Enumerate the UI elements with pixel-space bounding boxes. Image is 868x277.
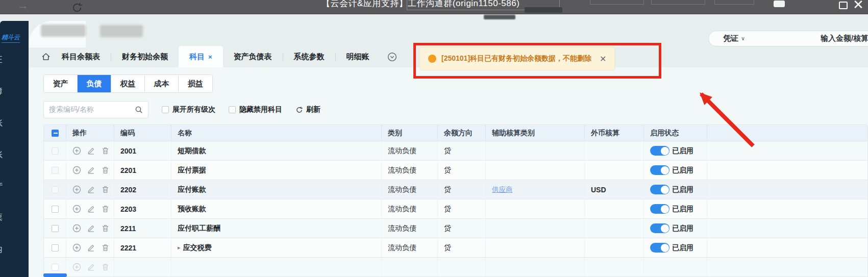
enable-toggle[interactable] — [650, 243, 669, 253]
search-placeholder: 搜索编码/名称 — [49, 105, 94, 114]
checkbox-icon[interactable] — [229, 106, 236, 113]
tab-subject-balance[interactable]: 科目余额表 — [51, 46, 111, 67]
refresh-button[interactable]: 刷新 — [295, 105, 320, 114]
edit-icon[interactable] — [87, 205, 95, 213]
tab-initial-balance[interactable]: 财务初始余额 — [111, 46, 179, 67]
horizontal-scrollbar-thumb[interactable] — [43, 273, 67, 277]
subtab-cost[interactable]: 成本 — [145, 75, 179, 92]
delete-icon[interactable] — [101, 224, 110, 233]
add-child-icon[interactable] — [72, 263, 81, 271]
tab-balance-sheet[interactable]: 资产负债表 — [223, 46, 283, 67]
edit-icon[interactable] — [87, 185, 95, 194]
sidebar-item[interactable]: 产 — [0, 181, 17, 192]
enable-toggle[interactable] — [650, 223, 669, 233]
edit-icon[interactable] — [87, 166, 95, 174]
home-icon[interactable] — [41, 52, 51, 62]
titlebar-button-ghost[interactable] — [590, 0, 644, 5]
sidebar-item[interactable]: 账 — [0, 118, 17, 129]
sidebar-item[interactable]: 簿 — [0, 86, 17, 97]
add-child-icon[interactable] — [72, 224, 81, 233]
row-checkbox[interactable] — [52, 147, 59, 155]
sidebar-item[interactable]: 账 — [0, 149, 17, 160]
account-code: 2221 — [114, 238, 171, 257]
delete-icon[interactable] — [101, 146, 110, 155]
tab-system-params[interactable]: 系统参数 — [283, 46, 335, 67]
sidebar-item[interactable]: 证 — [0, 55, 17, 65]
chevron-down-icon[interactable]: ∨ — [741, 35, 745, 42]
add-child-icon[interactable] — [72, 146, 81, 155]
extra-cell — [707, 199, 867, 218]
close-icon[interactable]: ✕ — [853, 0, 864, 13]
balance-direction: 贷 — [438, 141, 486, 160]
refresh-icon — [295, 106, 303, 114]
subtab-liabilities[interactable]: 负债 — [78, 75, 111, 92]
sidebar-item[interactable]: 票 — [0, 213, 17, 223]
status-cell: 已启用 — [644, 141, 707, 160]
delete-icon[interactable] — [101, 185, 110, 194]
row-checkbox[interactable] — [52, 206, 59, 213]
account-name: 短期借款 — [178, 146, 206, 156]
voucher-type-dropdown[interactable]: 凭证 — [723, 34, 738, 43]
edit-icon[interactable] — [87, 224, 95, 233]
titlebar-button-ghost[interactable] — [714, 0, 754, 5]
toast-close-icon[interactable]: ✕ — [600, 54, 606, 64]
row-select-cell — [44, 180, 66, 199]
window-title: 【云会计&应用支持】工作沟通群(origin1150-586) — [321, 0, 519, 9]
enable-toggle[interactable] — [650, 146, 669, 156]
search-input[interactable]: 搜索编码/名称 — [43, 101, 148, 118]
delete-icon[interactable] — [101, 243, 110, 252]
subtab-profit-loss[interactable]: 损益 — [179, 75, 212, 92]
row-checkbox[interactable] — [52, 244, 59, 251]
add-child-icon[interactable] — [72, 185, 81, 194]
select-all-checkbox[interactable] — [52, 130, 59, 137]
enable-toggle[interactable] — [650, 204, 669, 214]
sidebar-item[interactable]: 内 — [0, 244, 17, 255]
hide-disabled-checkbox[interactable]: 隐藏禁用科目 — [229, 105, 282, 114]
row-checkbox[interactable] — [52, 167, 59, 174]
row-actions-cell — [66, 219, 114, 238]
window-titlebar: → 【云会计&应用支持】工作沟通群(origin1150-586) ✕ — [0, 0, 868, 14]
expand-caret-icon[interactable]: ▸ — [178, 244, 181, 251]
account-code: 2201 — [114, 161, 171, 180]
row-checkbox[interactable] — [52, 225, 59, 232]
browser-refresh-icon[interactable] — [71, 2, 83, 15]
row-checkbox[interactable] — [52, 186, 59, 193]
foreign-currency: USD — [585, 180, 644, 199]
delete-icon[interactable] — [101, 205, 110, 213]
balance-direction: 贷 — [438, 180, 486, 199]
tab-accounts-active[interactable]: 科目 × — [179, 46, 223, 67]
subtab-equity[interactable]: 权益 — [111, 75, 145, 92]
balance-direction: 贷 — [438, 219, 486, 238]
add-child-icon[interactable] — [72, 205, 81, 213]
table-row: 2202 ▸应付账款 流动负债 贷 供应商 USD 已启用 — [44, 180, 867, 199]
tab-more-dropdown-icon[interactable] — [387, 52, 397, 62]
add-child-icon[interactable] — [72, 243, 81, 252]
col-header-currency: 外币核算 — [585, 125, 644, 141]
edit-icon[interactable] — [87, 146, 95, 155]
edit-icon[interactable] — [87, 243, 95, 252]
enable-toggle[interactable] — [650, 185, 669, 194]
titlebar-button-ghost[interactable] — [651, 0, 705, 5]
table-header: 操作 编码 名称 类别 余额方向 辅助核算类别 外币核算 启用状态 — [44, 125, 867, 141]
tab-close-icon[interactable]: × — [208, 53, 212, 61]
expand-all-checkbox[interactable]: 展开所有级次 — [162, 105, 215, 114]
screenshot-tool-icon[interactable] — [774, 1, 785, 7]
browser-forward-icon[interactable]: → — [17, 0, 29, 12]
enable-toggle[interactable] — [650, 165, 669, 175]
maximize-icon[interactable] — [839, 2, 848, 9]
tab-label: 明细账 — [346, 52, 369, 62]
voucher-amount-input[interactable]: 输入金额/核算 — [821, 34, 868, 43]
table-row: 2211 ▸应付职工薪酬 流动负债 贷 已启用 — [44, 219, 867, 238]
tab-detail-ledger[interactable]: 明细账 — [336, 46, 380, 67]
add-child-icon[interactable] — [72, 166, 81, 174]
checkbox-icon[interactable] — [162, 106, 169, 113]
row-checkbox[interactable] — [52, 264, 59, 271]
refresh-label: 刷新 — [306, 105, 320, 114]
col-header-status: 启用状态 — [644, 125, 707, 141]
delete-icon[interactable] — [101, 166, 110, 174]
edit-icon[interactable] — [87, 263, 95, 271]
account-code: 2203 — [114, 199, 171, 218]
aux-accounting-type[interactable]: 供应商 — [492, 185, 513, 194]
subtab-assets[interactable]: 资产 — [44, 75, 78, 92]
delete-icon[interactable] — [101, 263, 110, 271]
